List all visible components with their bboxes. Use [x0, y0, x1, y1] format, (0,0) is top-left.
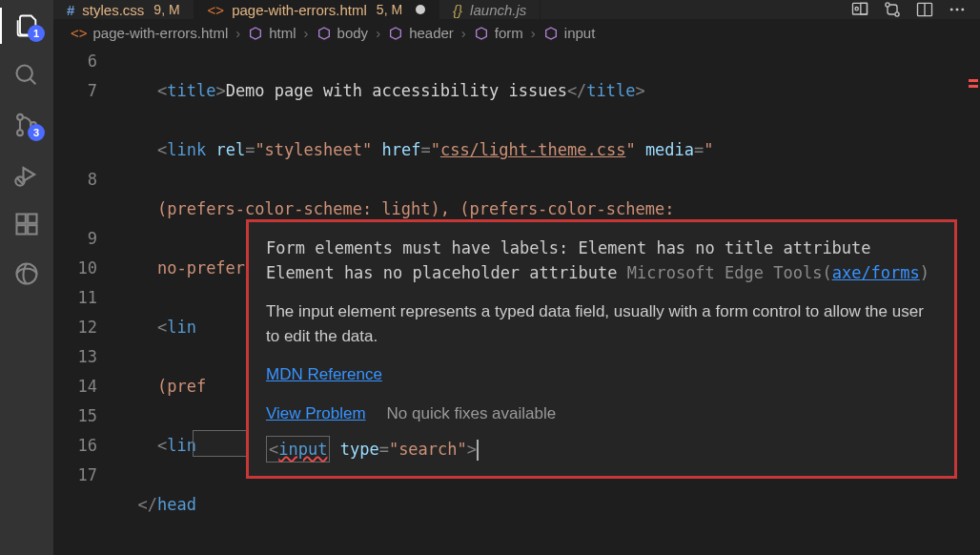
line-gutter: 67 8910 11121314 151617 [53, 47, 118, 555]
svg-point-3 [17, 130, 23, 135]
hover-popup: Form elements must have labels: Element … [246, 219, 957, 479]
svg-point-21 [956, 9, 959, 11]
extensions-icon[interactable] [12, 210, 41, 238]
search-icon[interactable] [12, 61, 41, 90]
hover-description: The input element represents a typed dat… [266, 299, 937, 350]
svg-rect-10 [28, 225, 36, 234]
hover-message: Form elements must have labels: Element … [266, 236, 937, 286]
explorer-icon[interactable]: 1 [12, 11, 41, 40]
svg-point-0 [17, 66, 32, 81]
svg-point-12 [17, 264, 37, 284]
no-fix-label: No quick fixes available [387, 401, 557, 426]
svg-point-15 [855, 8, 858, 10]
svg-point-16 [886, 3, 889, 7]
svg-point-22 [961, 9, 964, 11]
explorer-badge: 1 [28, 25, 45, 42]
source-control-icon[interactable]: 3 [12, 111, 41, 139]
mdn-link[interactable]: MDN Reference [266, 365, 382, 383]
tab-styles-css[interactable]: # styles.css 9, M [53, 0, 194, 19]
minimap[interactable] [963, 47, 980, 555]
svg-rect-9 [17, 225, 26, 234]
tab-page-with-errors[interactable]: <> page-with-errors.html 5, M [194, 0, 439, 19]
view-problem-link[interactable]: View Problem [266, 401, 366, 426]
svg-point-20 [950, 9, 953, 11]
svg-rect-8 [17, 215, 26, 223]
split-editor-icon[interactable] [915, 0, 934, 19]
diff-icon[interactable] [883, 0, 902, 19]
activity-bar: 1 3 [0, 0, 53, 555]
svg-rect-14 [861, 3, 868, 14]
edge-tools-icon[interactable] [12, 259, 41, 288]
dirty-indicator-icon [416, 5, 425, 14]
tab-actions [837, 0, 980, 19]
svg-line-1 [31, 79, 36, 85]
tab-launch-js[interactable]: {} launch.js [439, 0, 541, 19]
breadcrumb[interactable]: <>page-with-errors.html › html › body › … [53, 19, 980, 47]
open-preview-icon[interactable] [850, 0, 869, 19]
tab-bar: # styles.css 9, M <> page-with-errors.ht… [53, 0, 980, 19]
svg-point-17 [895, 12, 899, 16]
scm-badge: 3 [28, 124, 45, 141]
rule-link[interactable]: axe/forms [832, 263, 920, 282]
more-actions-icon[interactable] [948, 0, 967, 19]
svg-rect-11 [28, 215, 36, 223]
run-debug-icon[interactable] [12, 160, 41, 189]
svg-point-2 [17, 114, 23, 120]
